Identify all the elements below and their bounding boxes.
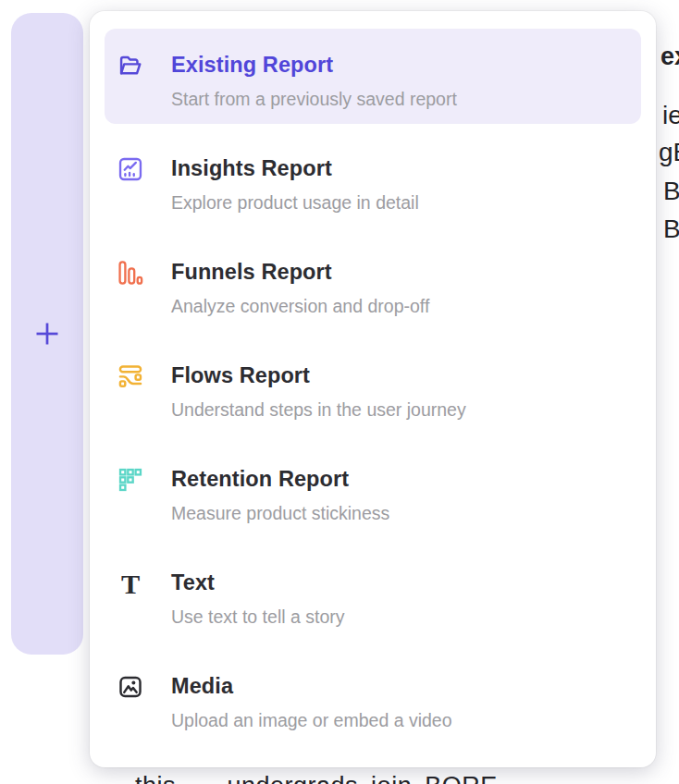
menu-item-title: Funnels Report: [171, 259, 429, 285]
menu-item-subtitle: Explore product usage in detail: [171, 192, 419, 213]
menu-item-subtitle: Measure product stickiness: [171, 503, 389, 523]
menu-item-subtitle: Understand steps in the user journey: [171, 399, 466, 420]
menu-item-title: Media: [171, 673, 452, 699]
menu-item-retention-report[interactable]: Retention Report Measure product stickin…: [105, 443, 641, 546]
menu-item-subtitle: Start from a previously saved report: [171, 89, 457, 109]
svg-text:T: T: [121, 570, 140, 596]
line-chart-icon: [117, 156, 143, 182]
menu-item-flows-report[interactable]: Flows Report Understand steps in the use…: [105, 339, 641, 443]
plus-icon: [32, 319, 62, 349]
background-text-line: this … undergrads join BORE: [135, 772, 498, 784]
background-text-fragment: gB: [659, 138, 679, 167]
menu-item-title: Insights Report: [171, 155, 419, 181]
menu-item-title: Existing Report: [171, 52, 457, 78]
menu-item-title: Text: [171, 570, 345, 595]
menu-item-title: Flows Report: [171, 362, 466, 388]
background-text-fragment: B: [663, 177, 679, 206]
background-text-fragment: ie: [662, 101, 679, 130]
folder-open-icon: [117, 53, 143, 79]
menu-item-funnels-report[interactable]: Funnels Report Analyze conversion and dr…: [105, 236, 641, 339]
text-icon: T: [117, 570, 143, 596]
menu-item-subtitle: Upload an image or embed a video: [171, 710, 452, 730]
menu-item-subtitle: Analyze conversion and drop-off: [171, 296, 429, 316]
retention-grid-icon: [117, 467, 143, 493]
add-content-sidebar: [11, 13, 83, 655]
background-text-fragment: B: [663, 214, 679, 244]
menu-item-media[interactable]: Media Upload an image or embed a video: [105, 650, 641, 753]
menu-item-insights-report[interactable]: Insights Report Explore product usage in…: [105, 132, 641, 236]
screen: ex ie gB B B this … undergrads join BORE…: [0, 0, 679, 784]
funnel-bars-icon: [117, 260, 143, 286]
menu-item-existing-report[interactable]: Existing Report Start from a previously …: [105, 29, 641, 124]
flow-icon: [117, 363, 143, 389]
add-report-menu: Existing Report Start from a previously …: [90, 11, 656, 767]
add-button[interactable]: [31, 318, 63, 349]
background-text-fragment: ex: [660, 43, 679, 71]
media-icon: [117, 674, 143, 700]
menu-item-subtitle: Use text to tell a story: [171, 606, 345, 627]
menu-item-title: Retention Report: [171, 466, 389, 492]
menu-item-text[interactable]: T Text Use text to tell a story: [105, 546, 641, 650]
